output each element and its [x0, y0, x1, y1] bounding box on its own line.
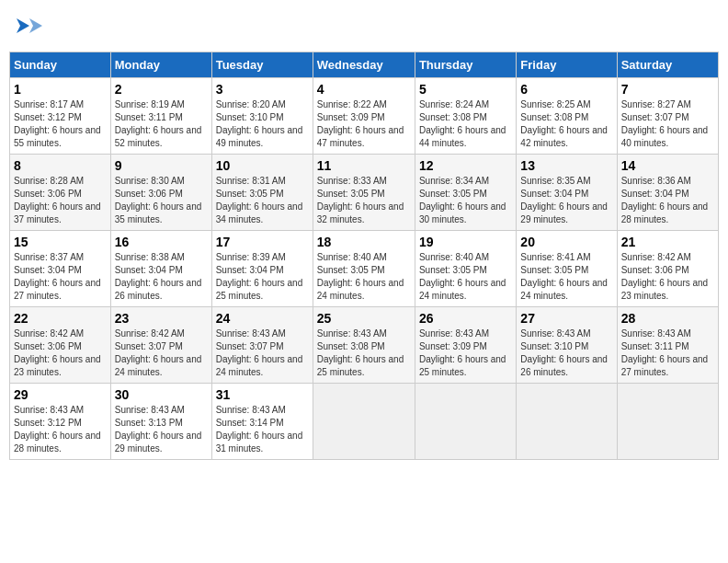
page-header	[9, 9, 719, 44]
calendar-cell: 1Sunrise: 8:17 AMSunset: 3:12 PMDaylight…	[10, 78, 111, 155]
day-number: 25	[317, 311, 411, 326]
calendar-cell: 11Sunrise: 8:33 AMSunset: 3:05 PMDayligh…	[313, 155, 415, 231]
calendar-cell: 19Sunrise: 8:40 AMSunset: 3:05 PMDayligh…	[415, 231, 516, 307]
day-info: Sunrise: 8:27 AMSunset: 3:07 PMDaylight:…	[621, 98, 714, 150]
day-number: 10	[216, 158, 309, 173]
day-info: Sunrise: 8:20 AMSunset: 3:10 PMDaylight:…	[216, 98, 309, 150]
day-number: 17	[216, 235, 309, 249]
calendar-week-row: 8Sunrise: 8:28 AMSunset: 3:06 PMDaylight…	[10, 155, 719, 231]
weekday-header: Sunday	[10, 52, 111, 78]
day-info: Sunrise: 8:33 AMSunset: 3:05 PMDaylight:…	[317, 175, 411, 226]
day-info: Sunrise: 8:34 AMSunset: 3:05 PMDaylight:…	[419, 175, 512, 226]
day-number: 22	[14, 311, 107, 326]
calendar-cell: 6Sunrise: 8:25 AMSunset: 3:08 PMDaylight…	[517, 78, 617, 155]
day-number: 8	[14, 158, 107, 173]
calendar-cell: 14Sunrise: 8:36 AMSunset: 3:04 PMDayligh…	[617, 155, 718, 231]
calendar-cell: 29Sunrise: 8:43 AMSunset: 3:12 PMDayligh…	[10, 384, 111, 460]
day-number: 3	[216, 82, 309, 97]
calendar-cell: 3Sunrise: 8:20 AMSunset: 3:10 PMDaylight…	[211, 78, 313, 155]
day-number: 23	[115, 311, 208, 326]
day-info: Sunrise: 8:43 AMSunset: 3:09 PMDaylight:…	[419, 327, 512, 379]
day-number: 1	[14, 82, 107, 97]
weekday-header: Thursday	[415, 52, 516, 78]
day-info: Sunrise: 8:43 AMSunset: 3:10 PMDaylight:…	[520, 327, 612, 379]
day-info: Sunrise: 8:39 AMSunset: 3:04 PMDaylight:…	[216, 251, 309, 303]
day-number: 15	[14, 235, 107, 249]
calendar-cell: 23Sunrise: 8:42 AMSunset: 3:07 PMDayligh…	[110, 307, 211, 384]
day-info: Sunrise: 8:30 AMSunset: 3:06 PMDaylight:…	[115, 175, 208, 226]
calendar-cell: 7Sunrise: 8:27 AMSunset: 3:07 PMDaylight…	[617, 78, 718, 155]
calendar-cell: 18Sunrise: 8:40 AMSunset: 3:05 PMDayligh…	[313, 231, 415, 307]
calendar-table: SundayMondayTuesdayWednesdayThursdayFrid…	[9, 52, 719, 460]
day-number: 21	[621, 235, 714, 249]
calendar-cell	[617, 384, 718, 460]
calendar-week-row: 15Sunrise: 8:37 AMSunset: 3:04 PMDayligh…	[10, 231, 719, 307]
day-info: Sunrise: 8:35 AMSunset: 3:04 PMDaylight:…	[520, 175, 612, 226]
calendar-cell	[517, 384, 617, 460]
calendar-cell: 20Sunrise: 8:41 AMSunset: 3:05 PMDayligh…	[517, 231, 617, 307]
calendar-cell: 24Sunrise: 8:43 AMSunset: 3:07 PMDayligh…	[211, 307, 313, 384]
day-number: 31	[216, 387, 309, 402]
day-info: Sunrise: 8:36 AMSunset: 3:04 PMDaylight:…	[621, 175, 714, 226]
logo	[9, 9, 48, 44]
day-number: 7	[621, 82, 714, 97]
weekday-header: Wednesday	[313, 52, 415, 78]
day-number: 5	[419, 82, 512, 97]
calendar-cell: 13Sunrise: 8:35 AMSunset: 3:04 PMDayligh…	[517, 155, 617, 231]
day-info: Sunrise: 8:43 AMSunset: 3:14 PMDaylight:…	[216, 404, 309, 455]
day-info: Sunrise: 8:40 AMSunset: 3:05 PMDaylight:…	[419, 251, 512, 303]
calendar-cell: 8Sunrise: 8:28 AMSunset: 3:06 PMDaylight…	[10, 155, 111, 231]
calendar-cell: 22Sunrise: 8:42 AMSunset: 3:06 PMDayligh…	[10, 307, 111, 384]
calendar-cell: 10Sunrise: 8:31 AMSunset: 3:05 PMDayligh…	[211, 155, 313, 231]
day-number: 19	[419, 235, 512, 249]
day-number: 12	[419, 158, 512, 173]
day-number: 14	[621, 158, 714, 173]
day-info: Sunrise: 8:43 AMSunset: 3:11 PMDaylight:…	[621, 327, 714, 379]
day-info: Sunrise: 8:43 AMSunset: 3:07 PMDaylight:…	[216, 327, 309, 379]
calendar-cell	[415, 384, 516, 460]
day-info: Sunrise: 8:40 AMSunset: 3:05 PMDaylight:…	[317, 251, 411, 303]
calendar-cell: 31Sunrise: 8:43 AMSunset: 3:14 PMDayligh…	[211, 384, 313, 460]
day-info: Sunrise: 8:41 AMSunset: 3:05 PMDaylight:…	[520, 251, 612, 303]
calendar-cell: 30Sunrise: 8:43 AMSunset: 3:13 PMDayligh…	[110, 384, 211, 460]
day-info: Sunrise: 8:43 AMSunset: 3:12 PMDaylight:…	[14, 404, 107, 455]
day-number: 28	[621, 311, 714, 326]
svg-marker-0	[17, 18, 29, 33]
calendar-cell: 5Sunrise: 8:24 AMSunset: 3:08 PMDaylight…	[415, 78, 516, 155]
day-info: Sunrise: 8:42 AMSunset: 3:06 PMDaylight:…	[621, 251, 714, 303]
calendar-cell: 21Sunrise: 8:42 AMSunset: 3:06 PMDayligh…	[617, 231, 718, 307]
day-number: 2	[115, 82, 208, 97]
day-number: 20	[520, 235, 612, 249]
day-number: 27	[520, 311, 612, 326]
svg-marker-1	[29, 18, 42, 33]
logo-icon	[9, 9, 44, 44]
day-number: 30	[115, 387, 208, 402]
calendar-week-row: 29Sunrise: 8:43 AMSunset: 3:12 PMDayligh…	[10, 384, 719, 460]
day-info: Sunrise: 8:42 AMSunset: 3:07 PMDaylight:…	[115, 327, 208, 379]
weekday-header: Monday	[110, 52, 211, 78]
day-info: Sunrise: 8:37 AMSunset: 3:04 PMDaylight:…	[14, 251, 107, 303]
calendar-cell: 12Sunrise: 8:34 AMSunset: 3:05 PMDayligh…	[415, 155, 516, 231]
calendar-cell: 15Sunrise: 8:37 AMSunset: 3:04 PMDayligh…	[10, 231, 111, 307]
calendar-header-row: SundayMondayTuesdayWednesdayThursdayFrid…	[10, 52, 719, 78]
day-number: 24	[216, 311, 309, 326]
day-info: Sunrise: 8:17 AMSunset: 3:12 PMDaylight:…	[14, 98, 107, 150]
day-number: 29	[14, 387, 107, 402]
day-info: Sunrise: 8:24 AMSunset: 3:08 PMDaylight:…	[419, 98, 512, 150]
calendar-cell: 25Sunrise: 8:43 AMSunset: 3:08 PMDayligh…	[313, 307, 415, 384]
day-number: 9	[115, 158, 208, 173]
day-number: 18	[317, 235, 411, 249]
calendar-cell: 26Sunrise: 8:43 AMSunset: 3:09 PMDayligh…	[415, 307, 516, 384]
weekday-header: Friday	[517, 52, 617, 78]
day-info: Sunrise: 8:38 AMSunset: 3:04 PMDaylight:…	[115, 251, 208, 303]
day-info: Sunrise: 8:43 AMSunset: 3:13 PMDaylight:…	[115, 404, 208, 455]
day-number: 4	[317, 82, 411, 97]
day-info: Sunrise: 8:25 AMSunset: 3:08 PMDaylight:…	[520, 98, 612, 150]
calendar-cell: 4Sunrise: 8:22 AMSunset: 3:09 PMDaylight…	[313, 78, 415, 155]
weekday-header: Saturday	[617, 52, 718, 78]
calendar-cell: 16Sunrise: 8:38 AMSunset: 3:04 PMDayligh…	[110, 231, 211, 307]
calendar-cell: 2Sunrise: 8:19 AMSunset: 3:11 PMDaylight…	[110, 78, 211, 155]
calendar-cell: 28Sunrise: 8:43 AMSunset: 3:11 PMDayligh…	[617, 307, 718, 384]
calendar-cell	[313, 384, 415, 460]
day-info: Sunrise: 8:28 AMSunset: 3:06 PMDaylight:…	[14, 175, 107, 226]
